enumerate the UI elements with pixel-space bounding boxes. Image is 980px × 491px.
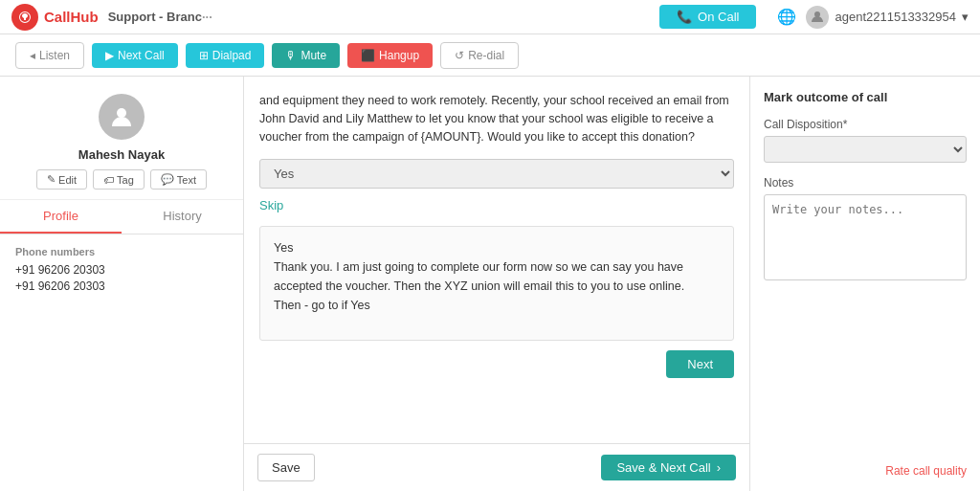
mute-button[interactable]: 🎙 Mute: [272, 43, 340, 68]
logo-icon: [11, 4, 38, 31]
logo-text: CallHub: [44, 9, 99, 25]
redial-icon: ↺: [455, 49, 464, 62]
listen-button[interactable]: ◂ Listen: [15, 42, 84, 69]
agent-avatar: [806, 6, 829, 29]
skip-link[interactable]: Skip: [259, 198, 734, 212]
edit-icon: ✎: [47, 173, 56, 186]
phone-number-1: +91 96206 20303: [15, 263, 228, 277]
phone-icon: 📞: [677, 10, 692, 24]
logo: CallHub Support - Branc···: [11, 4, 212, 31]
tag-icon: 🏷: [103, 174, 114, 186]
phone-number-2: +91 96206 20303: [15, 279, 228, 293]
dropdown-chevron-icon: ▾: [962, 10, 969, 24]
response-box: Yes Thank you. I am just going to comple…: [259, 226, 734, 341]
redial-button[interactable]: ↺ Re-dial: [440, 42, 519, 69]
mark-outcome-title: Mark outcome of call: [764, 90, 967, 104]
next-call-icon: ▶: [105, 49, 114, 62]
brand-name: Support - Branc···: [108, 10, 212, 24]
toolbar: ◂ Listen ▶ Next Call ⊞ Dialpad 🎙 Mute ⬛ …: [0, 34, 980, 77]
hangup-button[interactable]: ⬛ Hangup: [347, 43, 433, 68]
profile-content: Phone numbers +91 96206 20303 +91 96206 …: [0, 234, 243, 491]
right-panel: Mark outcome of call Call Disposition* N…: [750, 77, 980, 491]
globe-icon: 🌐: [777, 8, 796, 26]
center-footer: Save Save & Next Call ›: [244, 443, 749, 491]
notes-label: Notes: [764, 176, 967, 190]
dialpad-icon: ⊞: [199, 49, 209, 62]
text-icon: 💬: [161, 173, 174, 186]
svg-point-1: [117, 108, 126, 118]
dialpad-button[interactable]: ⊞ Dialpad: [186, 43, 265, 68]
mute-icon: 🎙: [285, 49, 297, 62]
on-call-button[interactable]: 📞 On Call: [659, 5, 756, 29]
chevron-right-icon: ›: [717, 460, 721, 475]
next-call-button[interactable]: ▶ Next Call: [92, 43, 178, 68]
save-button[interactable]: Save: [257, 454, 315, 481]
main: Mahesh Nayak ✎ Edit 🏷 Tag 💬 Text Profile…: [0, 77, 980, 491]
save-next-call-button[interactable]: Save & Next Call ›: [601, 455, 736, 480]
left-panel: Mahesh Nayak ✎ Edit 🏷 Tag 💬 Text Profile…: [0, 77, 244, 491]
text-button[interactable]: 💬 Text: [150, 169, 207, 190]
call-disposition-label: Call Disposition*: [764, 118, 967, 131]
contact-actions: ✎ Edit 🏷 Tag 💬 Text: [36, 169, 207, 190]
center-panel: and equipment they need to work remotely…: [244, 77, 750, 491]
tag-button[interactable]: 🏷 Tag: [93, 169, 145, 190]
tab-history[interactable]: History: [122, 200, 243, 234]
call-disposition-select[interactable]: [764, 136, 967, 163]
notes-section: Notes: [764, 176, 967, 283]
hangup-icon: ⬛: [361, 49, 375, 62]
script-area: and equipment they need to work remotely…: [244, 77, 749, 443]
call-disposition-section: Call Disposition*: [764, 118, 967, 163]
listen-icon: ◂: [30, 49, 35, 62]
tabs: Profile History: [0, 200, 243, 234]
edit-button[interactable]: ✎ Edit: [36, 169, 87, 190]
tab-profile[interactable]: Profile: [0, 200, 122, 234]
contact-avatar: [99, 94, 145, 140]
next-button[interactable]: Next: [666, 350, 734, 378]
script-text: and equipment they need to work remotely…: [259, 92, 734, 145]
script-select[interactable]: Yes No Maybe: [259, 159, 734, 189]
agent-info[interactable]: agent2211513332954 ▾: [806, 6, 969, 29]
header: CallHub Support - Branc··· 📞 On Call 🌐 a…: [0, 0, 980, 34]
header-right: 🌐 agent2211513332954 ▾: [777, 6, 969, 29]
notes-textarea[interactable]: [764, 194, 967, 280]
next-btn-row: Next: [259, 350, 734, 390]
rate-call-link[interactable]: Rate call quality: [764, 464, 967, 478]
contact-info: Mahesh Nayak ✎ Edit 🏷 Tag 💬 Text: [0, 77, 243, 200]
phone-label: Phone numbers: [15, 246, 228, 257]
contact-name: Mahesh Nayak: [78, 147, 165, 162]
